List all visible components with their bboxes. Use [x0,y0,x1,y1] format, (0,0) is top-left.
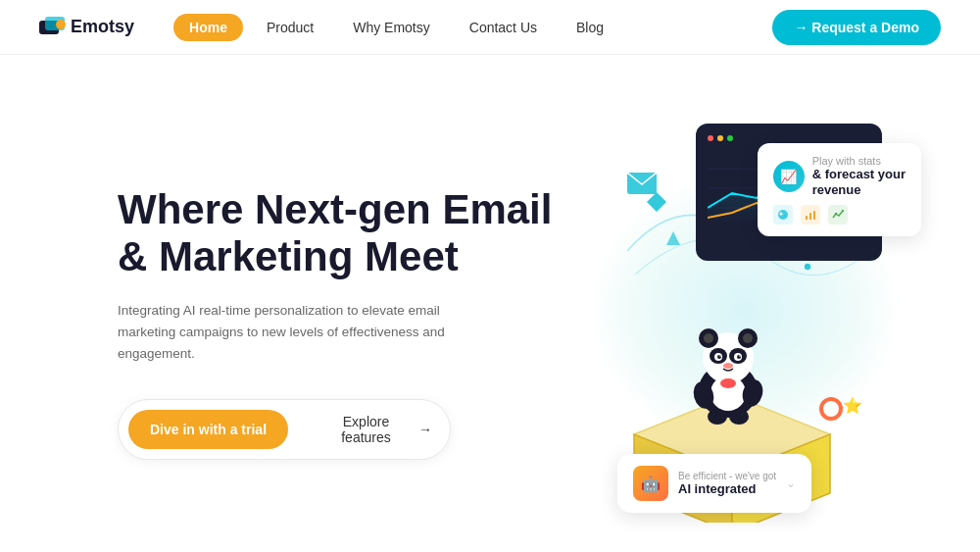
hero-title: Where Next-gen Email & Marketing Meet [118,186,588,281]
dot-yellow [717,135,723,141]
svg-marker-45 [666,231,680,245]
svg-point-40 [708,409,727,425]
hero-left: Where Next-gen Email & Marketing Meet In… [118,186,588,460]
svg-point-41 [729,409,749,425]
nav-item-home[interactable]: Home [173,14,243,41]
cta-box: Dive in with a trial Explore features → [118,399,451,460]
svg-rect-18 [813,211,815,220]
request-demo-button[interactable]: → Request a Demo [772,10,941,45]
hero-subtitle: Integrating AI real-time personalization… [118,300,451,364]
ai-expand-icon: ⌄ [786,477,796,490]
nav-item-contact[interactable]: Contact Us [454,14,553,41]
teal-triangle [666,231,680,249]
hero-right: 📈 Play with stats & forecast your revenu… [588,94,902,552]
svg-point-2 [56,20,66,29]
dot-green [727,135,733,141]
svg-rect-16 [806,216,808,220]
star-float: ⭐ [843,396,862,415]
svg-marker-43 [647,192,666,212]
stats-label: Play with stats [812,155,906,167]
nav-links: Home Product Why Emotsy Contact Us Blog [173,14,772,41]
svg-point-34 [719,355,721,357]
stat-icon-2 [801,205,820,225]
nav-item-blog[interactable]: Blog [561,14,619,41]
svg-point-39 [720,378,736,388]
ai-card: 🤖 Be efficient - we've got AI integrated… [617,454,811,513]
trial-button[interactable]: Dive in with a trial [128,410,288,449]
orange-donut [819,397,843,425]
logo[interactable]: Emotsy [39,17,134,37]
teal-diamond [647,192,666,216]
panda-illustration [674,307,792,434]
explore-button[interactable]: Explore features → [312,414,440,445]
dot-red [708,135,713,141]
arrow-icon: → [418,422,432,437]
nav-item-product[interactable]: Product [251,14,329,41]
svg-point-36 [723,363,733,369]
logo-icon [39,18,67,37]
envelope-float [627,173,657,194]
svg-point-27 [743,333,753,343]
svg-point-13 [778,210,788,220]
stat-icon-1 [773,205,793,225]
svg-point-26 [704,333,713,343]
ai-card-label: Be efficient - we've got [678,471,776,481]
navbar: Emotsy Home Product Why Emotsy Contact U… [0,0,980,55]
ai-icon: 🤖 [633,466,668,501]
stat-icon-3 [828,205,848,225]
svg-point-15 [784,215,786,217]
svg-point-35 [739,355,741,357]
hero-section: Where Next-gen Email & Marketing Meet In… [0,55,980,552]
nav-item-why-emotsy[interactable]: Why Emotsy [337,14,446,41]
stats-avatar: 📈 [773,161,805,192]
ai-card-title: AI integrated [678,481,776,496]
logo-text: Emotsy [71,17,134,37]
stats-title: & forecast your revenue [812,167,906,197]
svg-rect-17 [809,213,811,220]
stats-card: 📈 Play with stats & forecast your revenu… [758,143,921,236]
svg-point-44 [821,399,841,419]
svg-point-19 [834,213,836,215]
svg-point-14 [779,213,782,216]
